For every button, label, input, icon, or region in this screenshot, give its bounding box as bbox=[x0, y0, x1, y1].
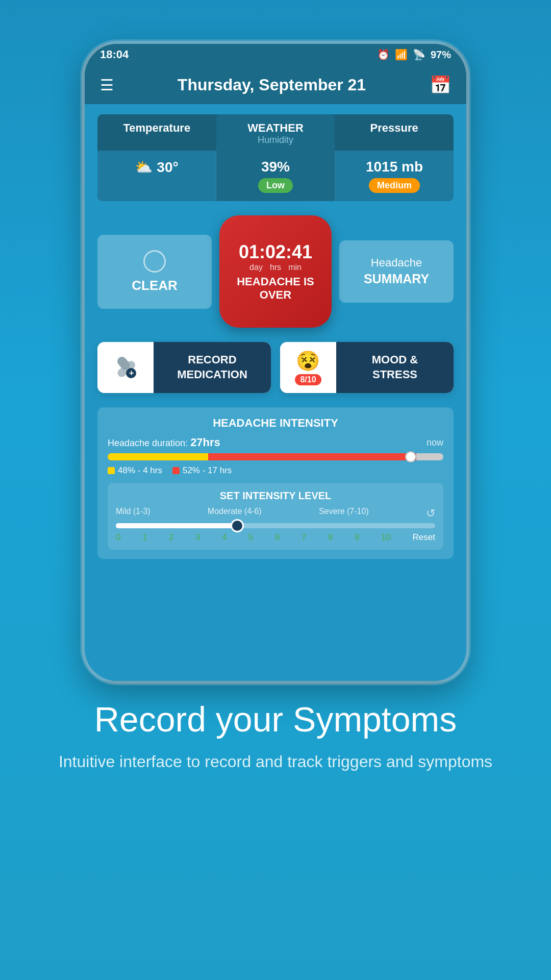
action-cards: + RECORDMEDICATION 😵 8/10 MOOD &STRESS bbox=[97, 342, 454, 393]
humidity-tab-label: Humidity bbox=[221, 135, 330, 145]
timer-button[interactable]: 01:02:41 day hrs min HEADACHE IS OVER bbox=[219, 215, 332, 328]
clear-label: CLEAR bbox=[132, 278, 178, 293]
status-bar: 18:04 ⏰ 📶 📡 97% bbox=[85, 44, 466, 65]
intensity-slider[interactable] bbox=[116, 523, 435, 528]
status-icons: ⏰ 📶 📡 97% bbox=[377, 48, 451, 61]
action-area: CLEAR 01:02:41 day hrs min HEADACHE IS O… bbox=[97, 215, 454, 328]
duration-value: 27hrs bbox=[190, 436, 220, 449]
weather-tab-humidity[interactable]: WEATHER Humidity bbox=[216, 114, 335, 151]
now-label: now bbox=[427, 437, 443, 448]
phone-frame: 18:04 ⏰ 📶 📡 97% ☰ Thursday, September 21… bbox=[82, 41, 469, 684]
mood-icon: 😵 8/10 bbox=[280, 342, 336, 393]
temperature-value: 30° bbox=[157, 159, 178, 176]
summary-text: Headache SUMMARY bbox=[364, 256, 429, 287]
humidity-badge: Low bbox=[258, 178, 293, 193]
intensity-title: HEADACHE INTENSITY bbox=[108, 416, 443, 430]
legend-red: 52% - 17 hrs bbox=[172, 465, 232, 476]
clear-button[interactable]: CLEAR bbox=[97, 235, 212, 309]
set-intensity-title: SET INTENSITY LEVEL bbox=[116, 490, 435, 502]
legend-yellow: 48% - 4 hrs bbox=[108, 465, 162, 476]
pressure-value: 1015 mb bbox=[340, 159, 448, 175]
medication-icon: + bbox=[97, 342, 154, 393]
num-2: 2 bbox=[169, 532, 173, 543]
hamburger-menu-icon[interactable]: ☰ bbox=[100, 76, 114, 94]
weather-tab-pressure[interactable]: Pressure bbox=[335, 114, 454, 151]
slider-fill bbox=[116, 523, 237, 528]
num-8: 8 bbox=[328, 532, 333, 543]
humidity-cell: 39% Low bbox=[216, 151, 335, 201]
min-label: min bbox=[288, 263, 302, 272]
num-3: 3 bbox=[195, 532, 200, 543]
red-dot bbox=[172, 467, 180, 474]
mood-stress-card[interactable]: 😵 8/10 MOOD &STRESS bbox=[280, 342, 454, 393]
main-content: Temperature WEATHER Humidity Pressure ⛅ … bbox=[85, 104, 466, 681]
humidity-value: 39% bbox=[221, 159, 330, 175]
timer-unit-labels: day hrs min bbox=[249, 263, 302, 272]
bottom-section: Record your Symptoms Intuitive interface… bbox=[18, 699, 533, 774]
summary-button[interactable]: Headache SUMMARY bbox=[339, 240, 454, 302]
duration-row: Headache duration: 27hrs now bbox=[108, 436, 443, 449]
bottom-subtitle: Intuitive interface to record and track … bbox=[59, 749, 492, 774]
wifi-icon: 📶 bbox=[395, 48, 408, 61]
weather-section: Temperature WEATHER Humidity Pressure ⛅ … bbox=[97, 114, 454, 201]
slider-numbers: 0 1 2 3 4 5 6 7 8 9 10 Reset bbox=[116, 532, 435, 543]
intensity-bar bbox=[108, 453, 443, 460]
num-5: 5 bbox=[248, 532, 253, 543]
calendar-icon[interactable]: 📅 bbox=[430, 75, 451, 95]
num-6: 6 bbox=[275, 532, 280, 543]
set-intensity-section: SET INTENSITY LEVEL Mild (1-3) Moderate … bbox=[108, 483, 443, 550]
weather-main-label: WEATHER bbox=[221, 121, 330, 135]
legend-yellow-label: 48% - 4 hrs bbox=[118, 465, 162, 476]
svg-text:+: + bbox=[129, 369, 134, 377]
battery-icon: 97% bbox=[431, 49, 451, 61]
pressure-tab-label: Pressure bbox=[340, 121, 448, 135]
record-medication-card[interactable]: + RECORDMEDICATION bbox=[97, 342, 271, 393]
intensity-section: HEADACHE INTENSITY Headache duration: 27… bbox=[97, 407, 454, 559]
weather-tabs: Temperature WEATHER Humidity Pressure bbox=[97, 114, 454, 151]
header-title: Thursday, September 21 bbox=[178, 76, 366, 94]
signal-icon: 📡 bbox=[413, 48, 425, 61]
mild-label: Mild (1-3) bbox=[116, 507, 151, 520]
timer-message: HEADACHE IS OVER bbox=[219, 275, 332, 302]
hrs-label: hrs bbox=[270, 263, 281, 272]
intensity-level-labels: Mild (1-3) Moderate (4-6) Severe (7-10) … bbox=[116, 507, 435, 520]
app-header: ☰ Thursday, September 21 📅 bbox=[85, 65, 466, 104]
yellow-dot bbox=[108, 467, 115, 474]
summary-line1: Headache bbox=[364, 256, 429, 271]
reset-button[interactable]: Reset bbox=[412, 532, 435, 543]
bar-thumb bbox=[405, 451, 416, 462]
pressure-cell: 1015 mb Medium bbox=[335, 151, 454, 201]
duration-prefix: Headache duration: 27hrs bbox=[108, 436, 220, 449]
cloud-sun-icon: ⛅ bbox=[135, 159, 153, 176]
day-label: day bbox=[249, 263, 263, 272]
num-10: 10 bbox=[381, 532, 391, 543]
slider-thumb[interactable] bbox=[231, 519, 244, 532]
medication-label: RECORDMEDICATION bbox=[154, 342, 271, 393]
summary-line2: SUMMARY bbox=[364, 271, 429, 287]
timer-time: 01:02:41 bbox=[239, 241, 312, 263]
temperature-tab-label: Temperature bbox=[103, 121, 211, 135]
num-9: 9 bbox=[355, 532, 359, 543]
legend-red-label: 52% - 17 hrs bbox=[183, 465, 232, 476]
weather-tab-temperature[interactable]: Temperature bbox=[97, 114, 216, 151]
bottom-title: Record your Symptoms bbox=[59, 699, 492, 739]
num-0: 0 bbox=[116, 532, 120, 543]
num-7: 7 bbox=[302, 532, 306, 543]
clear-circle-icon bbox=[143, 250, 166, 273]
num-1: 1 bbox=[142, 532, 147, 543]
status-time: 18:04 bbox=[100, 48, 129, 61]
alarm-icon: ⏰ bbox=[377, 48, 390, 61]
mood-label: MOOD &STRESS bbox=[336, 342, 454, 393]
weather-data-row: ⛅ 30° 39% Low 1015 mb Medium bbox=[97, 151, 454, 201]
slider-track bbox=[116, 523, 435, 528]
moderate-label: Moderate (4-6) bbox=[208, 507, 262, 520]
num-4: 4 bbox=[222, 532, 227, 543]
severe-label: Severe (7-10) bbox=[319, 507, 369, 520]
reset-icon[interactable]: ↺ bbox=[426, 507, 435, 520]
temperature-cell: ⛅ 30° bbox=[97, 151, 216, 201]
pressure-badge: Medium bbox=[369, 178, 420, 193]
intensity-legend: 48% - 4 hrs 52% - 17 hrs bbox=[108, 465, 443, 476]
